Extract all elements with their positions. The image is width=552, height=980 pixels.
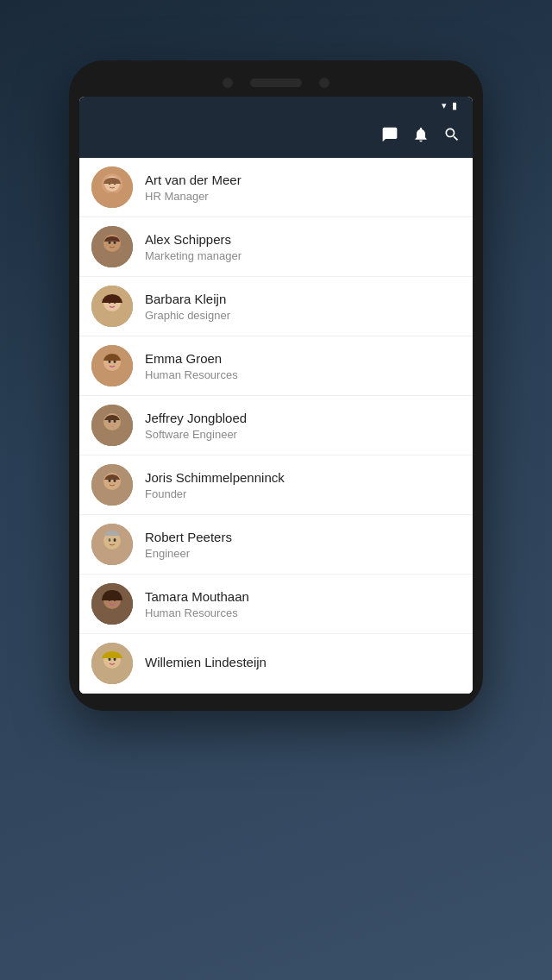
people-list: Art van der MeerHR Manager Alex Schipper… (79, 158, 473, 694)
avatar (91, 464, 133, 506)
person-info: Art van der MeerHR Manager (145, 172, 461, 204)
battery-icon: ▮ (452, 100, 457, 111)
person-name: Barbara Kleijn (145, 291, 461, 308)
avatar (91, 524, 133, 565)
svg-point-40 (114, 538, 116, 542)
avatar (91, 286, 133, 327)
wifi-icon: ▾ (442, 100, 447, 111)
person-role: Graphic designer (145, 309, 461, 322)
person-role: Human Resources (145, 368, 461, 381)
person-role: Human Resources (145, 606, 461, 619)
person-info: Jeffrey JongbloedSoftware Engineer (145, 410, 461, 442)
search-icon[interactable] (443, 126, 461, 148)
list-item[interactable]: Jeffrey JongbloedSoftware Engineer (79, 396, 473, 455)
list-item[interactable]: Robert PeetersEngineer (79, 515, 473, 575)
front-camera (223, 78, 233, 88)
avatar (91, 166, 133, 208)
svg-point-24 (104, 371, 121, 381)
front-sensor (319, 78, 329, 88)
person-role: Founder (145, 487, 461, 500)
person-role: Marketing manager (145, 249, 461, 262)
avatar (91, 226, 133, 267)
person-role: Software Engineer (145, 428, 461, 441)
avatar (91, 583, 133, 625)
status-bar: ▾ ▮ (79, 97, 473, 115)
avatar (91, 643, 133, 684)
person-name: Tamara Mouthaan (145, 588, 461, 606)
list-item[interactable]: Joris SchimmelpenninckFounder (79, 455, 473, 515)
person-name: Willemien Lindesteijn (145, 654, 461, 671)
svg-point-49 (104, 609, 121, 619)
svg-point-18 (104, 311, 121, 322)
person-name: Jeffrey Jongbloed (145, 410, 461, 427)
phone-speaker (250, 79, 302, 87)
avatar (91, 345, 133, 386)
person-info: Robert PeetersEngineer (145, 529, 461, 561)
person-name: Joris Schimmelpenninck (145, 469, 461, 487)
list-item[interactable]: Alex SchippersMarketing manager (79, 217, 473, 277)
phone-device: ▾ ▮ (69, 60, 483, 711)
app-bar-icons (381, 126, 461, 148)
chat-icon[interactable] (381, 126, 398, 148)
svg-point-30 (104, 430, 121, 441)
svg-point-12 (104, 252, 121, 262)
person-info: Alex SchippersMarketing manager (145, 231, 461, 263)
person-info: Tamara MouthaanHuman Resources (145, 588, 461, 620)
list-item[interactable]: Tamara MouthaanHuman Resources (79, 575, 473, 634)
person-info: Emma GroenHuman Resources (145, 350, 461, 382)
svg-point-55 (104, 669, 121, 679)
list-item[interactable]: Art van der MeerHR Manager (79, 158, 473, 217)
svg-point-36 (104, 490, 121, 500)
person-name: Alex Schippers (145, 231, 461, 248)
phone-top (79, 78, 473, 88)
person-info: Barbara KleijnGraphic designer (145, 291, 461, 323)
app-bar (79, 115, 473, 158)
avatar (91, 405, 133, 446)
person-role: Engineer (145, 547, 461, 560)
notification-icon[interactable] (412, 126, 430, 148)
svg-point-6 (104, 192, 121, 203)
svg-point-42 (104, 550, 121, 560)
phone-screen: ▾ ▮ (79, 97, 473, 694)
list-item[interactable]: Emma GroenHuman Resources (79, 336, 473, 396)
hero-text (224, 0, 328, 60)
list-item[interactable]: Barbara KleijnGraphic designer (79, 277, 473, 336)
person-info: Willemien Lindesteijn (145, 654, 461, 673)
svg-point-43 (107, 537, 112, 543)
person-name: Robert Peeters (145, 529, 461, 546)
person-name: Emma Groen (145, 350, 461, 368)
person-name: Art van der Meer (145, 172, 461, 189)
list-item[interactable]: Willemien Lindesteijn (79, 634, 473, 694)
person-role: HR Manager (145, 190, 461, 203)
person-info: Joris SchimmelpenninckFounder (145, 469, 461, 501)
